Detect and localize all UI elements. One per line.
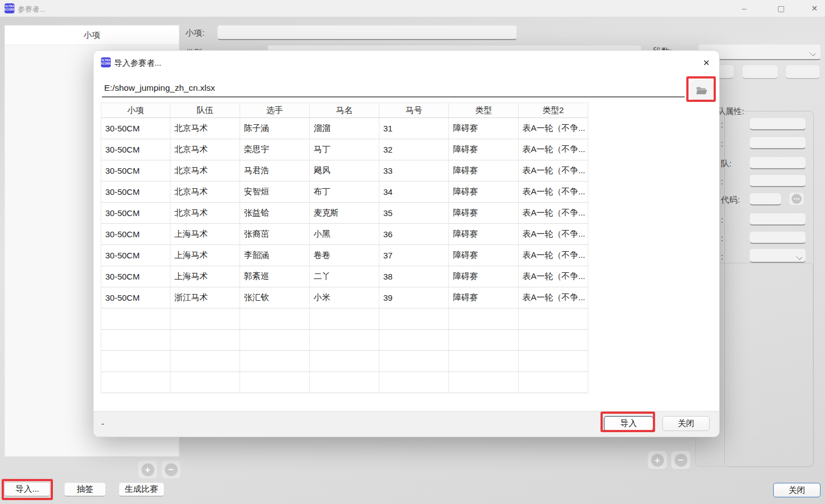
table-cell: 安智烜 <box>240 182 310 202</box>
table-row[interactable]: 30-50CM北京马术陈子涵溜溜31障碍赛表A一轮（不争... <box>101 118 588 139</box>
rp-input-6[interactable] <box>749 213 806 226</box>
table-cell <box>240 372 310 393</box>
table-cell: 陈子涵 <box>240 118 310 139</box>
table-cell: 溜溜 <box>310 118 379 139</box>
table-cell <box>449 372 519 393</box>
close-button-dialog[interactable]: 关闭 <box>662 416 710 431</box>
table-cell: 小米 <box>310 287 379 308</box>
table-cell: 小黑 <box>310 224 379 244</box>
table-row[interactable]: 30-50CM北京马术安智烜布丁34障碍赛表A一轮（不争... <box>101 182 588 203</box>
table-cell <box>379 330 449 350</box>
table-row[interactable]: 30-50CM浙江马术张汇钦小米39障碍赛表A一轮（不争... <box>101 287 588 309</box>
table-cell: 栾思宇 <box>240 139 310 160</box>
table-cell: 37 <box>379 245 449 266</box>
add-team-button[interactable]: + <box>648 451 667 469</box>
table-cell: 障碍赛 <box>449 287 519 308</box>
mini-button-3[interactable] <box>785 65 820 79</box>
table-cell: 30-50CM <box>101 139 170 160</box>
table-row-empty[interactable] <box>101 330 588 351</box>
remove-event-button[interactable]: − <box>162 461 180 478</box>
table-cell: 30-50CM <box>101 287 170 308</box>
table-cell: 表A一轮（不争... <box>519 287 588 308</box>
rp-input-4[interactable] <box>749 174 806 187</box>
table-cell: 38 <box>379 266 449 287</box>
team-props-header: 队属性: <box>715 106 746 117</box>
rp-code-input[interactable] <box>749 193 782 205</box>
rp-input-2[interactable] <box>749 136 806 149</box>
table-cell <box>240 330 310 350</box>
table-cell: 李韶涵 <box>240 245 310 266</box>
generate-competition-button[interactable]: 生成比赛 <box>119 482 164 497</box>
table-cell: 30-50CM <box>101 203 170 223</box>
mini-button-2[interactable] <box>742 65 778 79</box>
table-cell: 表A一轮（不争... <box>519 118 588 139</box>
folder-open-icon <box>696 85 708 95</box>
import-button-dialog[interactable]: 导入 <box>604 416 653 431</box>
table-row[interactable]: 30-50CM北京马术张益铪麦克斯35障碍赛表A一轮（不争... <box>101 203 588 224</box>
table-row[interactable]: 30-50CM北京马术栾思宇马丁32障碍赛表A一轮（不争... <box>101 139 588 160</box>
table-row[interactable]: 30-50CM上海马术李韶涵卷卷37障碍赛表A一轮（不争... <box>101 245 588 266</box>
close-icon[interactable]: ✕ <box>802 0 825 17</box>
table-cell <box>379 351 449 371</box>
table-cell: 障碍赛 <box>449 160 519 181</box>
import-table-body: 30-50CM北京马术陈子涵溜溜31障碍赛表A一轮（不争...30-50CM北京… <box>101 118 712 393</box>
close-button-main[interactable]: 关闭 <box>773 483 821 497</box>
table-cell: 表A一轮（不争... <box>519 160 588 181</box>
xiaoxiang-input[interactable] <box>217 25 517 40</box>
column-header: 队伍 <box>170 103 240 118</box>
rp-label-3: 队: <box>721 159 731 169</box>
table-cell: 30-50CM <box>101 224 170 244</box>
table-cell: 障碍赛 <box>449 118 519 139</box>
table-row[interactable]: 30-50CM北京马术马君浩飓风33障碍赛表A一轮（不争... <box>101 160 588 182</box>
table-cell <box>519 372 588 393</box>
code-browse-button[interactable]: ⋯ <box>789 192 804 205</box>
rp-label-1: : <box>721 120 723 129</box>
rp-input-3[interactable] <box>749 156 806 169</box>
import-button-main[interactable]: 导入... <box>4 482 50 497</box>
table-cell: 飓风 <box>310 160 379 181</box>
column-header: 选手 <box>240 103 310 118</box>
rp-input-7[interactable] <box>749 231 806 244</box>
browse-file-button[interactable] <box>691 80 713 100</box>
remove-team-button[interactable]: − <box>671 451 690 469</box>
table-cell <box>170 372 240 393</box>
column-header: 类型2 <box>519 103 588 118</box>
table-cell: 麦克斯 <box>310 203 379 223</box>
column-header: 马号 <box>379 103 449 118</box>
table-cell <box>310 351 379 371</box>
minimize-icon[interactable]: – <box>731 0 757 17</box>
table-cell <box>240 351 310 371</box>
rp-label-2: : <box>721 139 723 148</box>
table-row-empty[interactable] <box>101 351 588 372</box>
table-row[interactable]: 30-50CM上海马术张裔茁小黑36障碍赛表A一轮（不争... <box>101 224 588 245</box>
table-cell <box>449 351 519 371</box>
table-cell: 34 <box>379 182 449 202</box>
table-cell <box>170 309 240 329</box>
table-cell: 表A一轮（不争... <box>519 182 588 202</box>
table-cell: 35 <box>379 203 449 223</box>
file-path-underline <box>102 96 685 97</box>
maximize-icon[interactable]: ▢ <box>768 0 794 17</box>
table-cell: 障碍赛 <box>449 203 519 223</box>
table-row-empty[interactable] <box>101 309 588 330</box>
table-cell: 北京马术 <box>170 203 240 223</box>
table-cell: 上海马术 <box>170 245 240 266</box>
table-cell: 32 <box>379 139 449 160</box>
table-cell: 布丁 <box>310 182 379 202</box>
dialog-close-icon[interactable]: ✕ <box>697 55 716 71</box>
table-row-empty[interactable] <box>101 372 588 393</box>
table-row[interactable]: 30-50CM上海马术郭紊巡二丫38障碍赛表A一轮（不争... <box>101 266 588 287</box>
draw-lots-button[interactable]: 抽签 <box>64 482 106 497</box>
ellipsis-icon: ⋯ <box>792 194 802 204</box>
add-event-button[interactable]: + <box>138 461 157 478</box>
rp-input-1[interactable] <box>749 118 806 130</box>
import-table[interactable]: 小项队伍选手马名马号类型类型2 30-50CM北京马术陈子涵溜溜31障碍赛表A一… <box>101 102 712 411</box>
file-path-text[interactable]: E:/show_jumping_zh_cn.xlsx <box>104 83 215 93</box>
table-cell: 33 <box>379 160 449 181</box>
column-header: 小项 <box>101 103 170 118</box>
table-cell: 表A一轮（不争... <box>519 139 588 160</box>
rp-select[interactable] <box>749 248 806 263</box>
table-cell: 36 <box>379 224 449 244</box>
table-cell <box>101 309 170 329</box>
table-cell <box>101 372 170 393</box>
